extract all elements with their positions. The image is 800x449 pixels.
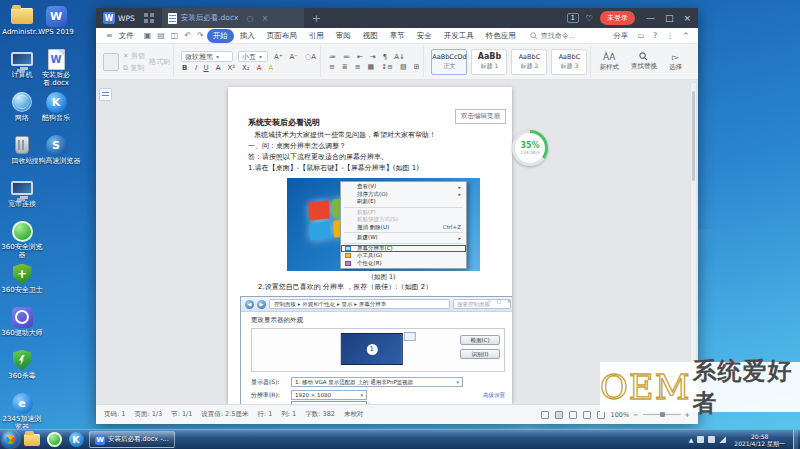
desktop-icon-kugou[interactable]: K酷狗音乐 bbox=[30, 90, 82, 133]
ribbon-tab-security[interactable]: 安全 bbox=[411, 29, 438, 43]
ribbon-tab-special[interactable]: 特色应用 bbox=[480, 29, 522, 43]
taskbar-explorer-icon[interactable] bbox=[23, 432, 41, 448]
align-center-icon[interactable]: ≣ bbox=[341, 63, 349, 71]
wps-logo[interactable]: W WPS bbox=[96, 12, 142, 24]
bold-button[interactable]: B bbox=[181, 64, 188, 72]
scrollbar-thumb[interactable] bbox=[692, 91, 695, 181]
align-left-icon[interactable]: ≡ bbox=[328, 63, 336, 71]
style-heading2[interactable]: AaBbC标题 2 bbox=[511, 49, 547, 75]
desktop-icon-360-driver[interactable]: 360驱动大师 bbox=[0, 305, 44, 348]
view-web-layout-icon[interactable] bbox=[569, 411, 577, 419]
shrink-font-icon[interactable]: A⁻ bbox=[289, 53, 299, 61]
desktop-icon-broadband[interactable]: 宽带连接 bbox=[0, 176, 44, 219]
start-button[interactable] bbox=[2, 431, 19, 448]
ribbon-tab-page-layout[interactable]: 页面布局 bbox=[261, 29, 303, 43]
login-button[interactable]: 未登录 bbox=[600, 11, 635, 25]
border-icon[interactable]: ⊞ bbox=[413, 63, 421, 71]
view-print-layout-icon[interactable] bbox=[555, 411, 563, 419]
message-badge[interactable]: 1 bbox=[567, 13, 579, 23]
tab-pin-icon[interactable]: ○ bbox=[247, 14, 254, 23]
status-proofing[interactable]: 未校对 bbox=[344, 410, 364, 419]
ribbon-tab-view[interactable]: 视图 bbox=[357, 29, 384, 43]
view-outline-icon[interactable] bbox=[583, 411, 591, 419]
show-desktop-button[interactable] bbox=[793, 430, 798, 449]
edit-header-button[interactable]: 双击编辑页眉 bbox=[455, 109, 506, 124]
desktop-icon-360-browser[interactable]: 360安全浏览器 bbox=[0, 219, 44, 262]
command-search-input[interactable] bbox=[541, 32, 597, 39]
find-replace-button[interactable]: 查找替换 bbox=[627, 46, 661, 77]
style-normal[interactable]: AaBbCcDd正文 bbox=[431, 49, 467, 75]
taskbar-360-browser-icon[interactable] bbox=[45, 432, 63, 448]
paste-icon[interactable] bbox=[103, 53, 119, 71]
view-fullscreen-icon[interactable] bbox=[541, 411, 549, 419]
cut-button[interactable]: ✕ 剪切 bbox=[123, 51, 145, 61]
bullet-list-icon[interactable]: ≔ bbox=[328, 53, 337, 61]
shading-icon[interactable]: ▨ bbox=[399, 63, 408, 71]
copy-button[interactable]: ⧉ 复制 bbox=[123, 63, 145, 73]
paragraph-mark-icon[interactable]: ¶ bbox=[382, 53, 388, 61]
select-button[interactable]: ▻ 选择 bbox=[665, 46, 686, 77]
taskbar-kugou-icon[interactable]: K bbox=[67, 432, 85, 448]
save-icon[interactable]: ▣ bbox=[141, 31, 155, 40]
new-tab-button[interactable]: + bbox=[304, 12, 329, 25]
ribbon-tab-references[interactable]: 引用 bbox=[303, 29, 330, 43]
new-style-button[interactable]: ÀA 新样式 bbox=[595, 46, 623, 77]
style-heading1[interactable]: AaBb标题 1 bbox=[471, 49, 507, 75]
navigation-pane-icon[interactable] bbox=[99, 88, 112, 101]
print-preview-icon[interactable]: ◫ bbox=[168, 31, 182, 40]
ribbon-tab-section[interactable]: 章节 bbox=[384, 29, 411, 43]
taskbar-clock[interactable]: 20:58 2021/4/12 星期一 bbox=[730, 433, 789, 447]
strikethrough-button[interactable]: A̶ bbox=[215, 64, 222, 72]
line-spacing-icon[interactable]: ↕≡ bbox=[380, 63, 394, 71]
style-heading3[interactable]: AaBbC标题 3 bbox=[551, 49, 587, 75]
ribbon-tab-developer[interactable]: 开发工具 bbox=[438, 29, 480, 43]
font-size-select[interactable]: 小五▾ bbox=[238, 51, 268, 62]
tray-icon-2[interactable] bbox=[708, 436, 715, 443]
underline-button[interactable]: U bbox=[203, 64, 210, 72]
close-button[interactable]: × bbox=[683, 13, 691, 23]
increase-indent-icon[interactable]: ⇥ bbox=[369, 53, 377, 61]
tray-expand-icon[interactable]: ▲ bbox=[689, 436, 694, 443]
more-button[interactable]: ⋮ bbox=[666, 31, 674, 40]
download-progress-badge[interactable]: 35% 124.0K/s bbox=[512, 130, 548, 166]
ribbon-tab-insert[interactable]: 插入 bbox=[234, 29, 261, 43]
ribbon-tab-home[interactable]: 开始 bbox=[207, 29, 234, 43]
panel-icon[interactable]: ▭ bbox=[637, 31, 644, 40]
number-list-icon[interactable]: ≕ bbox=[342, 53, 351, 61]
minimize-button[interactable]: — bbox=[646, 13, 655, 23]
share-button[interactable]: 分享 bbox=[613, 31, 628, 41]
print-icon[interactable]: ▤ bbox=[154, 31, 168, 40]
status-word-count[interactable]: 字数: 382 bbox=[305, 410, 335, 419]
grow-font-icon[interactable]: A⁺ bbox=[273, 53, 283, 61]
justify-icon[interactable]: ▦ bbox=[367, 63, 376, 71]
format-painter-button[interactable]: 格式刷 bbox=[149, 57, 170, 67]
desktop-icon-wps-2019[interactable]: WWPS 2019 bbox=[30, 4, 82, 47]
desktop-icon-docx[interactable]: W安装后必看.docx bbox=[30, 47, 82, 90]
maximize-button[interactable]: □ bbox=[665, 13, 674, 23]
font-name-select[interactable]: 微软雅黑▾ bbox=[181, 51, 233, 62]
highlight-button[interactable]: A bbox=[267, 64, 274, 72]
desktop-icon-360-antivirus[interactable]: 360杀毒 bbox=[0, 348, 44, 391]
document-page[interactable]: 双击编辑页眉 系统安装后必看说明 系统城技术为大家提供一些常见问题，希望对大家有… bbox=[228, 87, 512, 404]
heart-icon[interactable]: ♡ bbox=[586, 14, 593, 23]
document-tab[interactable]: 安装后必看.docx ○ × bbox=[162, 8, 304, 28]
desktop-icon-2345-browser[interactable]: e2345加速浏览器 bbox=[0, 391, 44, 434]
align-right-icon[interactable]: ≡ bbox=[354, 63, 362, 71]
command-search[interactable] bbox=[530, 32, 597, 40]
italic-button[interactable]: I bbox=[193, 64, 197, 72]
sort-icon[interactable]: A↓ bbox=[393, 53, 406, 61]
desktop-icon-360-safe[interactable]: 360安全卫士 bbox=[0, 262, 44, 305]
desktop-icon-sogou[interactable]: S搜狗高速浏览器 bbox=[30, 133, 82, 176]
file-menu[interactable]: ≡ 文件 bbox=[96, 31, 141, 41]
decrease-indent-icon[interactable]: ⇤ bbox=[356, 53, 364, 61]
tray-icon-1[interactable] bbox=[697, 436, 704, 443]
redo-icon[interactable]: ↷ bbox=[194, 31, 207, 40]
collapse-ribbon-button[interactable]: ^ bbox=[683, 31, 689, 40]
zoom-slider[interactable] bbox=[643, 414, 681, 415]
font-color-button[interactable]: A bbox=[256, 64, 263, 72]
help-button[interactable]: ? bbox=[653, 31, 657, 40]
network-tray-icon[interactable] bbox=[719, 436, 726, 443]
ribbon-tab-review[interactable]: 审阅 bbox=[330, 29, 357, 43]
vertical-scrollbar[interactable] bbox=[690, 82, 697, 402]
tab-grid-icon[interactable] bbox=[144, 13, 154, 23]
